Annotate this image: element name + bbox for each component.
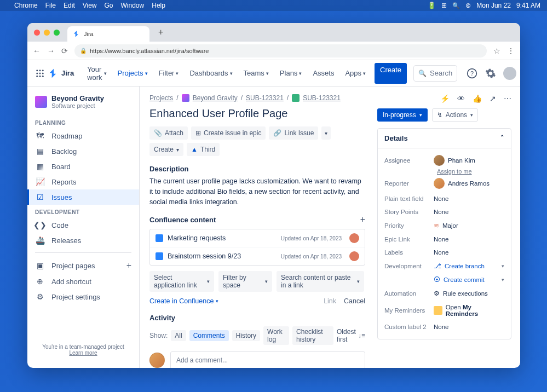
- create-issue-epic-button[interactable]: ⊞Create issue in epic: [191, 126, 266, 140]
- kebab-icon[interactable]: ⋮: [507, 47, 515, 55]
- nav-apps[interactable]: Apps▾: [341, 63, 370, 84]
- bc-projects[interactable]: Projects: [149, 94, 173, 102]
- sidebar-project-pages[interactable]: ▣ Project pages +: [27, 257, 139, 274]
- comment-input[interactable]: Add a comment...: [170, 351, 365, 368]
- nav-projects[interactable]: Projects▾: [113, 63, 152, 84]
- sidebar-releases[interactable]: 🚢 Releases: [27, 233, 139, 248]
- menu-window[interactable]: Window: [121, 2, 145, 9]
- add-confluence-icon[interactable]: +: [360, 215, 365, 224]
- labels-value[interactable]: None: [434, 249, 504, 256]
- chevron-down-icon[interactable]: ▾: [502, 263, 504, 269]
- rule-executions[interactable]: ⚙Rule executions: [434, 290, 504, 297]
- create-dropdown-button[interactable]: Create: [149, 143, 183, 156]
- sort-icon: ↓≡: [358, 332, 365, 339]
- assignee-value[interactable]: Phan Kim: [434, 155, 504, 166]
- menu-view[interactable]: View: [83, 2, 97, 9]
- tab-comments[interactable]: Comments: [189, 330, 229, 341]
- confluence-item[interactable]: Marketing requests Updated on Apr 18, 20…: [150, 229, 365, 247]
- window-maximize-icon[interactable]: [54, 30, 60, 36]
- sort-toggle[interactable]: Oldest first↓≡: [337, 328, 365, 343]
- filter-by-space[interactable]: Filter by space▾: [218, 271, 272, 292]
- menu-edit[interactable]: Edit: [64, 2, 75, 9]
- app-switcher-icon[interactable]: [35, 67, 45, 79]
- priority-value[interactable]: ≋Major: [434, 222, 504, 229]
- browser-tab-jira[interactable]: Jira: [67, 26, 149, 42]
- sidebar-project-settings[interactable]: ⚙ Project settings: [27, 289, 139, 304]
- tab-history[interactable]: History: [232, 330, 260, 341]
- project-header[interactable]: Beyond Gravity Software project: [27, 94, 139, 116]
- confluence-item[interactable]: Brainstorm session 9/23 Updated on Apr 1…: [150, 247, 365, 265]
- tab-all[interactable]: All: [171, 330, 186, 341]
- status-dropdown[interactable]: In-progress▾: [377, 108, 428, 122]
- jira-logo[interactable]: Jira: [48, 68, 74, 79]
- plain-value[interactable]: None: [434, 195, 504, 202]
- share-icon[interactable]: ↗: [490, 94, 496, 103]
- more-icon[interactable]: ⋯: [504, 94, 511, 103]
- new-tab-button[interactable]: +: [153, 24, 169, 41]
- create-in-confluence[interactable]: Create in Confluence▾: [149, 297, 218, 305]
- nav-teams[interactable]: Teams▾: [239, 63, 273, 84]
- select-app-link[interactable]: Select application link▾: [149, 271, 214, 292]
- reload-icon[interactable]: ⟳: [61, 47, 68, 55]
- nav-dashboards[interactable]: Dashboards▾: [185, 63, 237, 84]
- sidebar-learn-more[interactable]: Learn more: [69, 350, 97, 356]
- third-button[interactable]: ▲Third: [187, 143, 220, 156]
- roadmap-icon: 🗺: [35, 131, 45, 140]
- vote-icon[interactable]: 👍: [473, 94, 482, 103]
- attach-button[interactable]: 📎Attach: [149, 126, 188, 140]
- tab-checklist[interactable]: Checklist history: [292, 326, 333, 345]
- star-icon[interactable]: ☆: [493, 47, 500, 55]
- sidebar-roadmap[interactable]: 🗺 Roadmap: [27, 128, 139, 143]
- search-input[interactable]: 🔍 Search: [413, 65, 457, 82]
- link-issue-dropdown[interactable]: [321, 126, 331, 140]
- bc-sub2[interactable]: SUB-123321: [303, 94, 341, 102]
- sidebar-board[interactable]: ▦ Board: [27, 159, 139, 174]
- description-text[interactable]: The current user profile page lacks cust…: [149, 176, 365, 207]
- sidebar-reports[interactable]: 📈 Reports: [27, 174, 139, 189]
- lightning-icon[interactable]: ⚡: [440, 94, 450, 103]
- nav-your-work[interactable]: Your work▾: [83, 63, 111, 84]
- tab-worklog[interactable]: Work log: [263, 326, 289, 345]
- watch-icon[interactable]: 👁: [457, 94, 465, 103]
- help-icon[interactable]: ?: [466, 67, 478, 79]
- custom-value[interactable]: None: [434, 324, 504, 330]
- open-reminders[interactable]: Open My Reminders: [434, 304, 504, 317]
- cancel-button[interactable]: Cancel: [344, 297, 365, 305]
- details-toggle[interactable]: Details ⌃: [378, 129, 511, 148]
- menubar-app[interactable]: Chrome: [14, 2, 38, 9]
- menu-help[interactable]: Help: [152, 2, 165, 9]
- story-value[interactable]: None: [434, 209, 504, 215]
- issue-title[interactable]: Enhanced User Profile Page: [149, 107, 365, 120]
- url-bar[interactable]: 🔒 https://www.bancly.atlassian.net/jira/…: [74, 44, 487, 57]
- sidebar-code[interactable]: ❮❯ Code: [27, 217, 139, 233]
- bc-project[interactable]: Beyond Gravity: [193, 94, 238, 102]
- sidebar-issues[interactable]: ☑ Issues: [27, 189, 139, 205]
- bc-sub1[interactable]: SUB-123321: [246, 94, 284, 102]
- reporter-value[interactable]: Andres Ramos: [434, 178, 504, 189]
- back-icon[interactable]: ←: [33, 47, 41, 55]
- create-branch[interactable]: ⎇Create branch ▾: [434, 262, 504, 270]
- menu-file[interactable]: File: [45, 2, 56, 9]
- nav-filter[interactable]: Filter▾: [154, 63, 183, 84]
- spotlight-icon[interactable]: 🔍: [452, 2, 460, 9]
- nav-assets[interactable]: Assets: [308, 63, 338, 84]
- assign-to-me[interactable]: Assign to me: [437, 168, 504, 175]
- link-issue-button[interactable]: 🔗Link Issue: [269, 126, 318, 140]
- chevron-down-icon[interactable]: ▾: [502, 277, 504, 283]
- menu-go[interactable]: Go: [105, 2, 113, 9]
- browser-toolbar: ← → ⟳ 🔒 https://www.bancly.atlassian.net…: [27, 42, 520, 60]
- epic-value[interactable]: None: [434, 236, 504, 243]
- add-page-icon[interactable]: +: [126, 261, 131, 270]
- create-button[interactable]: Create: [375, 63, 407, 84]
- sidebar-backlog[interactable]: ▤ Backlog: [27, 143, 139, 159]
- nav-plans[interactable]: Plans▾: [275, 63, 307, 84]
- search-content[interactable]: Search content or paste in a link▾: [277, 271, 364, 292]
- actions-dropdown[interactable]: ↯Actions▾: [432, 108, 478, 122]
- create-commit[interactable]: ⦿Create commit ▾: [434, 276, 504, 283]
- window-close-icon[interactable]: [34, 30, 40, 36]
- profile-avatar[interactable]: [503, 67, 516, 80]
- forward-icon[interactable]: →: [47, 47, 55, 55]
- settings-icon[interactable]: [485, 67, 497, 79]
- window-minimize-icon[interactable]: [44, 30, 50, 36]
- sidebar-add-shortcut[interactable]: ⊕ Add shortcut: [27, 274, 139, 289]
